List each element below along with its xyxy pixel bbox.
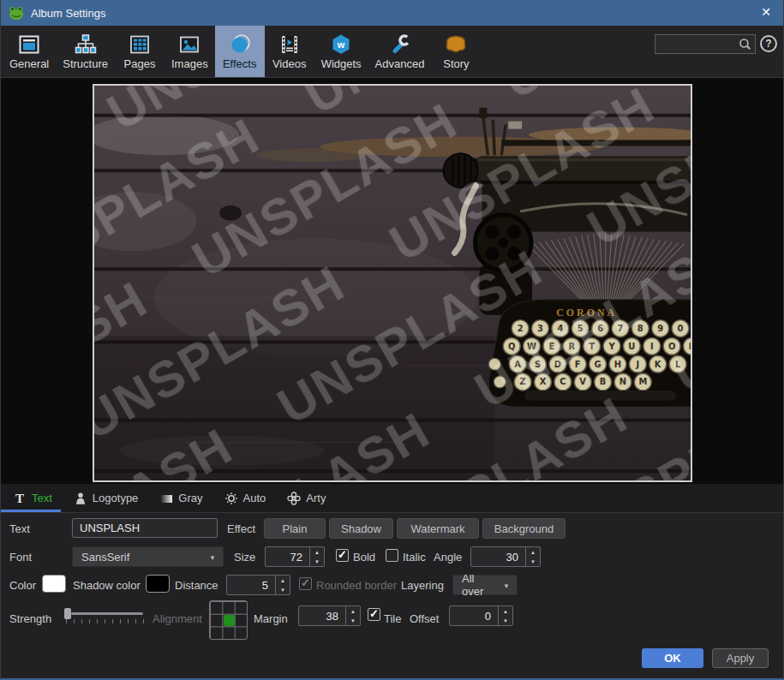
size-spinner[interactable]: 72 ▲▼ <box>265 546 325 567</box>
subtab-gray[interactable]: Gray <box>159 492 202 505</box>
offset-spinner[interactable]: 0 ▲▼ <box>449 605 513 626</box>
slider-thumb[interactable] <box>64 608 71 619</box>
strength-slider[interactable] <box>63 605 145 625</box>
arty-icon <box>287 492 301 505</box>
font-select[interactable]: SansSerif <box>72 546 224 567</box>
search-icon[interactable] <box>739 38 751 51</box>
titlebar: Album Settings ✕ <box>1 0 783 26</box>
watermark-text-input[interactable] <box>72 518 218 538</box>
italic-checkbox[interactable] <box>386 549 398 562</box>
effects-icon <box>228 33 252 57</box>
distance-spinner[interactable]: 5 ▲▼ <box>226 575 290 595</box>
logotype-icon <box>74 492 87 505</box>
general-icon <box>17 33 41 57</box>
jalbum-logo-icon <box>9 5 24 21</box>
alignment-selected-center <box>224 615 235 626</box>
font-label: Font <box>9 552 32 563</box>
toolbar-tab-story[interactable]: Story <box>431 26 481 77</box>
distance-spinner-arrows[interactable]: ▲▼ <box>275 576 290 594</box>
size-spinner-arrows[interactable]: ▲▼ <box>309 547 324 566</box>
strength-label: Strength <box>9 613 51 624</box>
close-icon[interactable]: ✕ <box>761 5 771 19</box>
alignment-grid[interactable] <box>209 600 248 640</box>
effect-watermark-button[interactable]: Watermark <box>397 518 479 539</box>
shadow-color-label: Shadow color <box>73 580 141 591</box>
toolbar-tab-pages[interactable]: Pages <box>115 26 165 77</box>
effect-background-button[interactable]: Background <box>482 518 566 539</box>
margin-label: Margin <box>254 613 288 624</box>
text-icon: T <box>13 492 27 505</box>
toolbar-tab-advanced[interactable]: Advanced <box>368 26 432 77</box>
rounded-border-checkbox <box>299 577 312 590</box>
videos-icon <box>278 33 302 57</box>
pages-icon <box>128 33 152 57</box>
toolbar-tab-widgets[interactable]: w Widgets <box>314 26 368 77</box>
effect-shadow-button[interactable]: Shadow <box>329 518 393 539</box>
offset-label: Offset <box>410 613 439 624</box>
slider-track[interactable] <box>71 612 143 615</box>
svg-text:T: T <box>15 492 24 505</box>
tile-label: Tile <box>384 613 401 624</box>
gray-icon <box>159 492 173 505</box>
bold-checkbox[interactable] <box>336 549 349 562</box>
auto-icon <box>224 492 238 505</box>
italic-label: Italic <box>403 552 426 563</box>
color-label: Color <box>9 580 36 591</box>
effect-subtabs: T Text Logotype Gray Au <box>1 484 783 513</box>
toolbar-tab-images[interactable]: Images <box>165 26 215 77</box>
subtab-arty[interactable]: Arty <box>287 492 326 505</box>
subtab-text[interactable]: T Text <box>13 492 52 505</box>
search-input[interactable] <box>659 36 741 54</box>
album-settings-window: Album Settings ✕ General Structure <box>0 0 784 680</box>
images-icon <box>177 33 201 57</box>
bold-label: Bold <box>353 552 375 563</box>
structure-icon <box>74 33 98 57</box>
layering-label: Layering <box>401 580 444 591</box>
svg-text:w: w <box>337 39 345 50</box>
window-title: Album Settings <box>31 7 105 20</box>
toolbar-tab-general[interactable]: General <box>3 26 56 77</box>
angle-spinner-arrows[interactable]: ▲▼ <box>525 547 540 566</box>
ok-button[interactable]: OK <box>642 648 703 668</box>
margin-spinner-arrows[interactable]: ▲▼ <box>345 606 360 625</box>
size-label: Size <box>234 552 255 563</box>
preview-area: UNSPLASH UNSPLASH UNSPLASH <box>1 78 783 484</box>
active-subtab-underline <box>1 510 61 512</box>
subtab-auto[interactable]: Auto <box>224 492 266 505</box>
alignment-label: Alignment <box>153 613 202 624</box>
help-icon[interactable]: ? <box>760 35 777 52</box>
tile-checkbox[interactable] <box>368 608 380 621</box>
layering-select[interactable]: All over <box>452 575 518 595</box>
effect-label: Effect <box>227 523 255 534</box>
subtab-logotype[interactable]: Logotype <box>74 492 139 505</box>
apply-button[interactable]: Apply <box>712 648 769 668</box>
rounded-border-label: Rounded border <box>316 580 397 591</box>
widgets-icon: w <box>329 33 353 57</box>
angle-label: Angle <box>434 552 462 563</box>
margin-spinner[interactable]: 38 ▲▼ <box>298 605 361 626</box>
offset-spinner-arrows[interactable]: ▲▼ <box>498 606 512 625</box>
story-icon <box>444 33 468 57</box>
toolbar-tab-effects[interactable]: Effects <box>215 26 265 77</box>
text-label: Text <box>9 523 30 534</box>
watermark-overlay <box>94 86 691 480</box>
advanced-icon <box>388 33 412 57</box>
toolbar-tab-videos[interactable]: Videos <box>265 26 314 77</box>
effect-plain-button[interactable]: Plain <box>264 518 326 539</box>
preview-photo: UNSPLASH UNSPLASH UNSPLASH <box>93 84 692 482</box>
distance-label: Distance <box>175 580 218 591</box>
text-color-swatch[interactable] <box>42 575 66 593</box>
search-box[interactable] <box>655 34 756 54</box>
shadow-color-swatch[interactable] <box>146 575 170 593</box>
toolbar-tab-structure[interactable]: Structure <box>56 26 115 77</box>
angle-spinner[interactable]: 30 ▲▼ <box>470 546 541 567</box>
